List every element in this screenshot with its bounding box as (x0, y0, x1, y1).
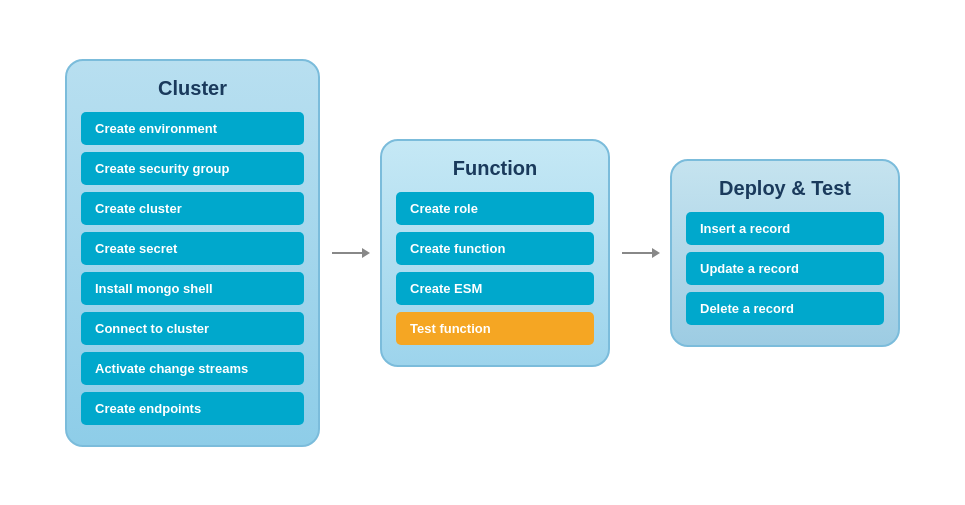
deploy-items: Insert a record Update a record Delete a… (686, 212, 884, 325)
function-item-create-role[interactable]: Create role (396, 192, 594, 225)
cluster-item-activate-change-streams[interactable]: Activate change streams (81, 352, 304, 385)
function-item-create-esm[interactable]: Create ESM (396, 272, 594, 305)
deploy-panel: Deploy & Test Insert a record Update a r… (670, 159, 900, 347)
arrow-function-to-deploy (620, 238, 660, 268)
cluster-item-install-mongo-shell[interactable]: Install mongo shell (81, 272, 304, 305)
deploy-item-update-record[interactable]: Update a record (686, 252, 884, 285)
cluster-item-create-endpoints[interactable]: Create endpoints (81, 392, 304, 425)
cluster-item-create-cluster[interactable]: Create cluster (81, 192, 304, 225)
cluster-panel: Cluster Create environment Create securi… (65, 59, 320, 447)
function-items: Create role Create function Create ESM T… (396, 192, 594, 345)
svg-marker-3 (652, 248, 660, 258)
cluster-title: Cluster (158, 77, 227, 100)
function-title: Function (453, 157, 537, 180)
deploy-item-insert-record[interactable]: Insert a record (686, 212, 884, 245)
svg-marker-1 (362, 248, 370, 258)
cluster-item-connect-to-cluster[interactable]: Connect to cluster (81, 312, 304, 345)
cluster-item-create-security-group[interactable]: Create security group (81, 152, 304, 185)
function-item-create-function[interactable]: Create function (396, 232, 594, 265)
arrow-cluster-to-function (330, 238, 370, 268)
cluster-items: Create environment Create security group… (81, 112, 304, 425)
cluster-item-create-secret[interactable]: Create secret (81, 232, 304, 265)
function-item-test-function[interactable]: Test function (396, 312, 594, 345)
function-panel: Function Create role Create function Cre… (380, 139, 610, 367)
diagram: Cluster Create environment Create securi… (45, 39, 920, 467)
deploy-item-delete-record[interactable]: Delete a record (686, 292, 884, 325)
cluster-item-create-environment[interactable]: Create environment (81, 112, 304, 145)
deploy-title: Deploy & Test (719, 177, 851, 200)
